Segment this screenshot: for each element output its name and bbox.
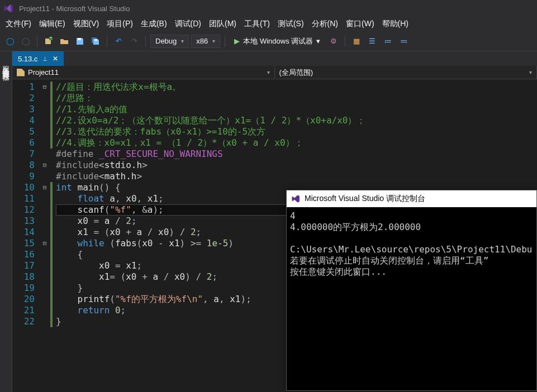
project-name: Project11 [28, 68, 59, 77]
vs-logo-icon [291, 194, 300, 203]
caret-down-icon: ▾ [181, 38, 184, 44]
file-tab-strip: 5.13.c ⟂ ✕ [12, 51, 537, 66]
caret-down-icon: ▾ [529, 69, 532, 75]
separator [37, 36, 37, 47]
project-icon [17, 69, 25, 77]
svg-rect-3 [94, 39, 97, 41]
menu-test[interactable]: 测试(S) [278, 19, 304, 29]
caret-down-icon: ▾ [267, 69, 270, 75]
titlebar: Project11 - Microsoft Visual Studio [0, 0, 537, 17]
platform-combo[interactable]: x86 ▾ [191, 35, 220, 48]
project-combo[interactable]: Project11 ▾ [12, 66, 275, 79]
config-label: Debug [155, 37, 177, 45]
menu-file[interactable]: 文件(F) [6, 19, 31, 29]
menu-project[interactable]: 项目(P) [107, 19, 133, 29]
nav-back-icon[interactable]: ◯ [3, 35, 17, 48]
undo-icon[interactable]: ↶ [112, 35, 125, 48]
redo-icon[interactable]: ↷ [127, 35, 141, 48]
menu-help[interactable]: 帮助(H) [382, 19, 408, 29]
menu-window[interactable]: 窗口(W) [346, 19, 374, 29]
tool-icon-2[interactable]: ▦ [350, 35, 363, 48]
close-icon[interactable]: ✕ [53, 55, 58, 63]
console-titlebar[interactable]: Microsoft Visual Studio 调试控制台 [287, 190, 536, 207]
platform-label: x86 [196, 37, 208, 45]
separator [345, 36, 345, 47]
tool-icon-4[interactable]: ≔ [381, 35, 395, 48]
menu-tools[interactable]: 工具(T) [244, 19, 270, 29]
menu-debug[interactable]: 调试(D) [175, 19, 201, 29]
nav-fwd-icon[interactable]: ◯ [19, 35, 32, 48]
pin-icon[interactable]: ⟂ [43, 55, 47, 63]
save-all-icon[interactable] [89, 35, 102, 48]
debug-console-window[interactable]: Microsoft Visual Studio 调试控制台 4 4.000000… [286, 190, 537, 391]
menu-view[interactable]: 视图(V) [73, 19, 99, 29]
svg-rect-2 [78, 38, 81, 40]
tool-icon-1[interactable]: ⚙ [327, 35, 340, 48]
caret-down-icon: ▾ [212, 38, 215, 44]
side-tool-strip: 服务器资源管理器 工具箱 [0, 51, 12, 392]
separator [107, 36, 107, 47]
file-tab-name: 5.13.c [18, 55, 37, 63]
tool-icon-3[interactable]: ☰ [365, 35, 379, 48]
scope-label: (全局范围) [279, 68, 313, 78]
play-icon: ▶ [234, 37, 240, 45]
toolbar: ◯ ◯ ↶ ↷ Debug ▾ x86 ▾ ▶ 本地 Windows 调试器 ▾… [0, 31, 537, 51]
menu-edit[interactable]: 编辑(E) [39, 19, 65, 29]
window-title: Project11 - Microsoft Visual Studio [19, 4, 130, 13]
console-output: 4 4.000000的平方根为2.000000 C:\Users\Mr.Lee\… [287, 207, 536, 281]
menubar: 文件(F) 编辑(E) 视图(V) 项目(P) 生成(B) 调试(D) 团队(M… [0, 17, 537, 31]
start-label: 本地 Windows 调试器 [243, 36, 313, 46]
open-icon[interactable] [58, 35, 71, 48]
menu-build[interactable]: 生成(B) [141, 19, 167, 29]
separator [225, 36, 225, 47]
line-gutter: 12345678910111213141516171819202122 [12, 79, 39, 392]
caret-down-icon: ▾ [316, 37, 320, 45]
file-tab-active[interactable]: 5.13.c ⟂ ✕ [12, 51, 64, 66]
nav-bar: Project11 ▾ (全局范围) ▾ [12, 66, 537, 79]
menu-team[interactable]: 团队(M) [209, 19, 236, 29]
vs-logo-icon [3, 3, 13, 13]
menu-analyze[interactable]: 分析(N) [312, 19, 338, 29]
save-icon[interactable] [73, 35, 87, 48]
console-title-text: Microsoft Visual Studio 调试控制台 [305, 194, 425, 204]
separator [145, 36, 146, 47]
config-combo[interactable]: Debug ▾ [150, 35, 189, 48]
new-project-icon[interactable] [42, 35, 55, 48]
scope-combo[interactable]: (全局范围) ▾ [275, 66, 538, 79]
start-debug-button[interactable]: ▶ 本地 Windows 调试器 ▾ [230, 35, 325, 48]
server-explorer-tab[interactable]: 服务器资源管理器 [0, 56, 12, 392]
tool-icon-5[interactable]: ≕ [397, 35, 410, 48]
fold-gutter[interactable]: ⊟⊟⊟⊟ [39, 79, 50, 392]
